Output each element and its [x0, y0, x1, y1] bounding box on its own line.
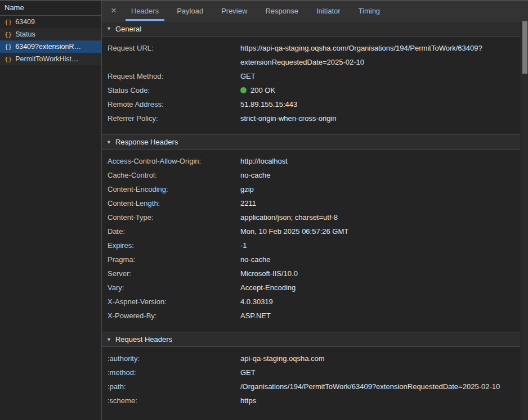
status-green-dot-icon: [240, 87, 247, 93]
header-row: Vary:Accept-Encoding: [108, 281, 520, 295]
tab-preview[interactable]: Preview: [216, 1, 253, 21]
header-row: X-Powered-By:ASP.NET: [108, 309, 520, 323]
header-value: -1: [240, 238, 505, 252]
header-name: Content-Length:: [108, 196, 240, 210]
header-name: Request Method:: [108, 69, 240, 83]
request-list-item-status[interactable]: {}Status: [0, 28, 101, 40]
detail-tabbar: × HeadersPayloadPreviewResponseInitiator…: [102, 1, 528, 21]
headers-content: ▼GeneralRequest URL:https://api-qa-stagi…: [102, 21, 528, 420]
header-row: Server:Microsoft-IIS/10.0: [108, 267, 520, 281]
disclosure-triangle-icon: ▼: [106, 139, 111, 145]
header-name: Vary:: [108, 281, 240, 295]
disclosure-triangle-icon: ▼: [106, 337, 111, 342]
header-name: Cache-Control:: [108, 168, 240, 182]
header-row: Pragma:no-cache: [108, 252, 520, 267]
request-name: 63409?extensionR…: [15, 43, 81, 51]
scrollbar[interactable]: [521, 21, 528, 420]
header-value: GET: [240, 69, 505, 83]
header-name: X-Powered-By:: [108, 309, 240, 323]
header-row: Content-Length:2211: [108, 196, 520, 210]
header-value: Accept-Encoding: [240, 281, 505, 295]
json-braces-icon: {}: [5, 56, 12, 63]
json-braces-icon: {}: [5, 19, 12, 26]
header-name: Request URL:: [108, 41, 240, 55]
header-name: Server:: [108, 267, 240, 281]
section-request-headers: ▼Request Headers:authority:api-qa-stagin…: [102, 332, 520, 417]
header-name: Pragma:: [108, 252, 240, 267]
header-name: Expires:: [108, 238, 240, 252]
request-list-item-63409-extensionr[interactable]: {}63409?extensionR…: [0, 40, 101, 53]
header-value: /Organisations/194/PermitToWork/63409?ex…: [240, 380, 505, 394]
section-title: Request Headers: [115, 335, 172, 344]
header-value: no-cache: [240, 168, 505, 182]
tab-timing[interactable]: Timing: [353, 1, 386, 21]
header-row: Access-Control-Allow-Origin:http://local…: [108, 154, 520, 168]
header-row: Content-Type:application/json; charset=u…: [108, 210, 520, 224]
header-row: Cache-Control:no-cache: [108, 168, 520, 182]
header-row: :method:GET: [108, 365, 520, 380]
header-row: Content-Encoding:gzip: [108, 182, 520, 196]
request-list: {}63409{}Status{}63409?extensionR…{}Perm…: [0, 16, 101, 65]
header-name: Status Code:: [108, 83, 240, 97]
tab-headers[interactable]: Headers: [126, 1, 164, 21]
section-header-response-headers[interactable]: ▼Response Headers: [102, 134, 520, 150]
detail-tabs: HeadersPayloadPreviewResponseInitiatorTi…: [122, 1, 389, 21]
header-value: https: [240, 394, 505, 408]
section-header-request-headers[interactable]: ▼Request Headers: [102, 332, 520, 347]
header-value: ASP.NET: [240, 309, 505, 323]
devtools-network-panel: Name {}63409{}Status{}63409?extensionR…{…: [0, 0, 528, 420]
request-list-item-63409[interactable]: {}63409: [0, 16, 101, 28]
tab-response[interactable]: Response: [259, 1, 304, 21]
header-row: :authority:api-qa-staging.oqsha.com: [108, 351, 520, 365]
header-value: application/json; charset=utf-8: [240, 210, 505, 224]
header-row: X-Aspnet-Version:4.0.30319: [108, 295, 520, 309]
header-name: :method:: [108, 365, 240, 380]
network-request-sidebar: Name {}63409{}Status{}63409?extensionR…{…: [0, 1, 102, 420]
header-name: Remote Address:: [108, 97, 240, 111]
header-name: :scheme:: [108, 394, 240, 408]
section-header-general[interactable]: ▼General: [102, 21, 520, 37]
header-row: :scheme:https: [108, 394, 520, 408]
header-name: Content-Encoding:: [108, 182, 240, 196]
header-row: Date:Mon, 10 Feb 2025 06:57:26 GMT: [108, 224, 520, 238]
request-name: Status: [15, 30, 35, 38]
header-value: GET: [240, 365, 505, 380]
json-braces-icon: {}: [5, 31, 12, 38]
header-row: Expires:-1: [108, 238, 520, 252]
section-response-headers: ▼Response HeadersAccess-Control-Allow-Or…: [102, 134, 520, 332]
header-value: gzip: [240, 182, 505, 196]
header-row: Request Method:GET: [108, 69, 520, 83]
tab-payload[interactable]: Payload: [171, 1, 209, 21]
header-value: 51.89.155.15:443: [240, 97, 505, 111]
disclosure-triangle-icon: ▼: [106, 26, 111, 31]
section-title: General: [115, 25, 141, 33]
header-value: 4.0.30319: [240, 295, 505, 309]
header-value: Mon, 10 Feb 2025 06:57:26 GMT: [240, 224, 505, 238]
header-value-text: 200 OK: [250, 86, 275, 94]
header-name: X-Aspnet-Version:: [108, 295, 240, 309]
header-value: Microsoft-IIS/10.0: [240, 267, 505, 281]
section-body: Request URL:https://api-qa-staging.oqsha…: [102, 37, 520, 134]
section-title: Response Headers: [115, 138, 178, 146]
header-value: api-qa-staging.oqsha.com: [240, 351, 505, 365]
tab-initiator[interactable]: Initiator: [311, 1, 346, 21]
header-row: Remote Address:51.89.155.15:443: [108, 97, 520, 111]
header-value: 200 OK: [240, 83, 505, 97]
name-column-header[interactable]: Name: [0, 1, 101, 16]
request-detail-panel: × HeadersPayloadPreviewResponseInitiator…: [102, 1, 528, 420]
header-value: strict-origin-when-cross-origin: [240, 111, 505, 125]
header-row: Request URL:https://api-qa-staging.oqsha…: [108, 41, 520, 69]
request-name: 63409: [15, 18, 35, 26]
header-row: :path:/Organisations/194/PermitToWork/63…: [108, 380, 520, 394]
close-icon[interactable]: ×: [105, 1, 122, 21]
header-value: http://localhost: [240, 154, 505, 168]
header-row: Referrer Policy:strict-origin-when-cross…: [108, 111, 520, 125]
request-list-item-permittoworkhist[interactable]: {}PermitToWorkHist…: [0, 53, 101, 65]
header-value: no-cache: [240, 252, 505, 267]
scrollbar-thumb[interactable]: [522, 21, 527, 74]
header-name: :authority:: [108, 351, 240, 365]
header-value: https://api-qa-staging.oqsha.com/Organis…: [240, 41, 505, 69]
section-body: Access-Control-Allow-Origin:http://local…: [102, 150, 520, 332]
header-row: Status Code:200 OK: [108, 83, 520, 97]
json-braces-icon: {}: [5, 43, 12, 51]
